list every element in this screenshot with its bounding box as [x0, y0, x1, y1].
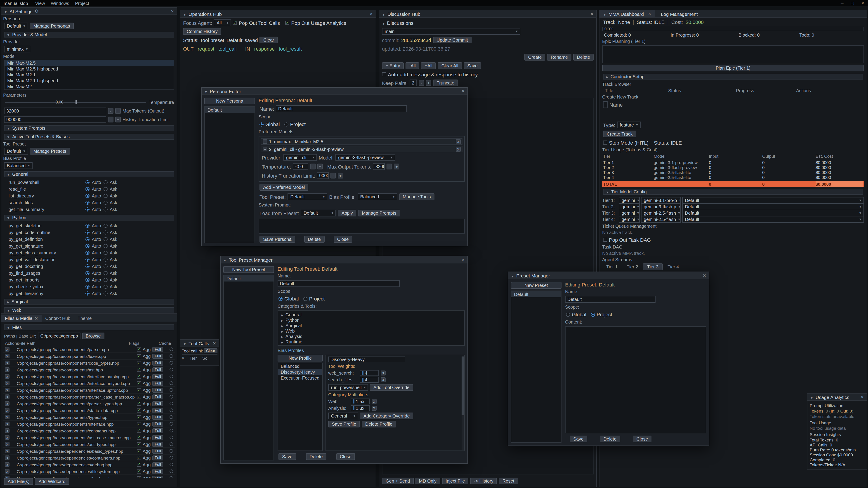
- section-conductor-setup[interactable]: Conductor Setup: [603, 74, 863, 79]
- provider-select[interactable]: gemini_cli: [283, 154, 317, 161]
- tier-preset-select[interactable]: Default: [682, 209, 864, 216]
- persona-select[interactable]: Default: [4, 23, 28, 29]
- save-tool-preset-button[interactable]: Save: [278, 453, 296, 460]
- remove-file-button[interactable]: x: [5, 462, 9, 467]
- new-persona-button[interactable]: New Persona: [204, 98, 255, 104]
- tier-preset-select[interactable]: Default: [682, 203, 864, 210]
- full-button[interactable]: Full: [153, 449, 163, 453]
- agg-checkbox[interactable]: [137, 395, 141, 399]
- category-override-select[interactable]: General: [328, 413, 358, 419]
- tab-files-media[interactable]: Files & Media ✕: [1, 315, 41, 322]
- agg-checkbox[interactable]: [137, 435, 141, 440]
- model-option[interactable]: MiniMax-M2.1: [4, 72, 174, 78]
- keep-pairs-input[interactable]: 2: [410, 79, 417, 86]
- increment-button[interactable]: +: [426, 80, 431, 86]
- track-type-select[interactable]: feature: [617, 122, 641, 128]
- auto-radio[interactable]: [86, 230, 90, 234]
- decrement-button[interactable]: -: [310, 164, 315, 169]
- generate-action-button[interactable]: Inject File: [442, 478, 469, 484]
- entry-action-button[interactable]: + Entry: [382, 62, 404, 69]
- delete-profile-button[interactable]: Delete Profile: [362, 421, 396, 427]
- full-button[interactable]: Full: [153, 374, 163, 379]
- remove-file-button[interactable]: x: [5, 408, 9, 413]
- close-icon[interactable]: ✕: [213, 341, 216, 346]
- tier-model-select[interactable]: gemini-2.5-flash: [641, 216, 681, 223]
- add-files-button[interactable]: Add File(s): [4, 478, 33, 485]
- focus-agent-select[interactable]: All: [214, 20, 231, 26]
- section-general-tools[interactable]: General: [4, 171, 174, 177]
- model-select[interactable]: gemini-3-flash-preview: [336, 154, 395, 161]
- close-icon[interactable]: ✕: [461, 257, 465, 262]
- persona-list-item[interactable]: Default: [205, 107, 254, 113]
- generate-action-button[interactable]: Reset: [499, 478, 518, 484]
- cache-indicator[interactable]: [169, 368, 173, 371]
- ask-radio[interactable]: [103, 278, 107, 282]
- remove-file-button[interactable]: x: [5, 415, 9, 419]
- full-button[interactable]: Full: [153, 401, 163, 406]
- section-active-presets[interactable]: Active Tool Presets & Biases: [4, 134, 174, 140]
- tier-provider-select[interactable]: gemini: [619, 203, 640, 210]
- cache-indicator[interactable]: [169, 442, 173, 446]
- cache-indicator[interactable]: [169, 456, 173, 459]
- update-commit-button[interactable]: Update Commit: [433, 37, 471, 43]
- stream-tab[interactable]: Tier 1: [602, 263, 622, 270]
- remove-file-button[interactable]: x: [5, 401, 9, 406]
- ask-radio[interactable]: [103, 264, 107, 268]
- close-icon[interactable]: ✕: [35, 316, 38, 321]
- full-button[interactable]: Full: [153, 394, 163, 399]
- tab-log-management[interactable]: Log Management: [657, 10, 701, 17]
- caret-icon[interactable]: [281, 318, 283, 322]
- scrollbar-thumb[interactable]: [462, 357, 464, 415]
- cache-indicator[interactable]: [169, 435, 173, 439]
- section-files[interactable]: Files: [4, 324, 174, 330]
- manage-prompts-button[interactable]: Manage Prompts: [358, 210, 400, 217]
- category-row[interactable]: Analysis: [278, 333, 464, 339]
- increment-button[interactable]: +: [115, 108, 121, 114]
- bias-profile-item[interactable]: Discovery-Heavy: [278, 369, 322, 375]
- remove-file-button[interactable]: x: [5, 428, 9, 433]
- section-web-tools[interactable]: Web: [4, 307, 174, 313]
- model-option[interactable]: MiniMax-M2: [4, 84, 174, 90]
- profile-name-input[interactable]: Discovery-Heavy: [328, 357, 405, 362]
- pop-out-usage-checkbox[interactable]: [285, 21, 289, 25]
- auto-radio[interactable]: [86, 271, 90, 275]
- cache-indicator[interactable]: [169, 476, 173, 478]
- tab-theme[interactable]: Theme: [74, 315, 95, 322]
- new-preset-button[interactable]: New Preset: [511, 282, 561, 289]
- tool-preset-select[interactable]: Default: [4, 148, 28, 155]
- save-persona-button[interactable]: Save Persona: [259, 236, 295, 242]
- menu-item[interactable]: Project: [75, 1, 89, 6]
- manage-personas-button[interactable]: Manage Personas: [30, 23, 73, 29]
- generate-action-button[interactable]: -> History: [470, 478, 497, 484]
- stream-tab[interactable]: Tier 3: [643, 263, 662, 270]
- full-button[interactable]: Full: [153, 415, 163, 420]
- add-wildcard-button[interactable]: Add Wildcard: [35, 478, 69, 485]
- ask-radio[interactable]: [103, 230, 107, 234]
- slider-thumb[interactable]: [75, 100, 77, 104]
- bias-profile-select[interactable]: Balanced: [4, 162, 32, 169]
- ask-radio[interactable]: [103, 180, 107, 184]
- menu-item[interactable]: Windows: [51, 1, 69, 6]
- delete-discussion-button[interactable]: Delete: [573, 54, 594, 61]
- max-output-input[interactable]: 32000: [373, 163, 385, 170]
- tool-preset-name-input[interactable]: Default: [278, 280, 400, 287]
- agg-checkbox[interactable]: [137, 408, 141, 412]
- save-profile-button[interactable]: Save Profile: [328, 421, 360, 427]
- remove-file-button[interactable]: x: [5, 354, 9, 358]
- scope-project-radio[interactable]: [591, 313, 595, 317]
- full-button[interactable]: Full: [153, 381, 163, 386]
- increment-button[interactable]: +: [394, 164, 399, 169]
- model-option[interactable]: MiniMax-M2.5: [4, 60, 174, 66]
- tab-context-hub[interactable]: Context Hub: [41, 315, 74, 322]
- generate-action-button[interactable]: MD Only: [415, 478, 440, 484]
- full-button[interactable]: Full: [153, 360, 163, 365]
- auto-radio[interactable]: [86, 194, 90, 198]
- cache-indicator[interactable]: [169, 361, 173, 365]
- close-icon[interactable]: ✕: [703, 273, 706, 278]
- max-tokens-input[interactable]: 32000: [4, 107, 106, 114]
- agg-checkbox[interactable]: [137, 354, 141, 358]
- auto-radio[interactable]: [86, 278, 90, 282]
- auto-add-checkbox[interactable]: [382, 72, 386, 76]
- cache-indicator[interactable]: [169, 429, 173, 432]
- scope-project-radio[interactable]: [303, 297, 307, 301]
